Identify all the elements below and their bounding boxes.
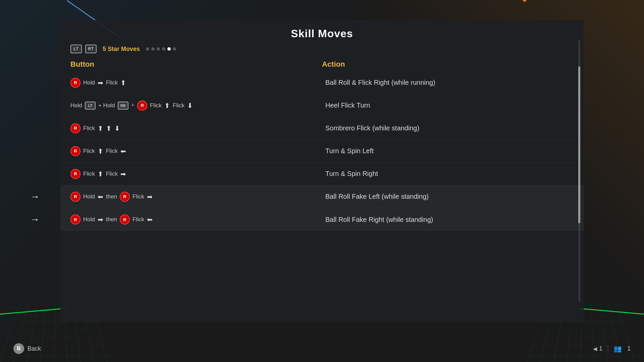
b-button-icon: B (13, 343, 24, 354)
move-text: Hold (83, 216, 95, 223)
move-row[interactable]: → R Hold ⬅ then R Flick ➡ Ball Roll Fake… (60, 185, 584, 208)
plus-sign: + (131, 102, 135, 109)
columns-header: Button Action (60, 57, 584, 71)
move-action: Sombrero Flick (while standing) (319, 124, 574, 132)
move-action: Ball Roll Fake Left (while standing) (319, 193, 574, 200)
move-text: Flick (132, 216, 144, 223)
then-text: then (106, 193, 117, 200)
main-panel: Skill Moves LT RT 5 Star Moves Button Ac… (60, 20, 584, 322)
arrow-right-icon: ➡ (98, 79, 103, 87)
move-button-col: R Flick ⬆ Flick ⬅ (70, 146, 319, 156)
move-text: Flick (106, 171, 118, 177)
arrow-down-icon: ⬇ (114, 124, 120, 132)
action-col-header: Action (322, 60, 574, 69)
move-button-col: R Hold ➡ Flick ⬆ (70, 78, 319, 88)
arrow-up-icon: ⬆ (98, 147, 103, 155)
back-label: Back (28, 345, 41, 352)
move-text: Flick (106, 79, 118, 86)
lt-badge[interactable]: LT (70, 45, 82, 53)
bottom-bar: B Back ◀ 1 👥 1 (0, 335, 644, 362)
rb-button: RB (118, 102, 128, 110)
move-button-col: R Flick ⬆ ⬆ ⬇ (70, 123, 319, 133)
arrow-up-icon: ⬆ (164, 102, 170, 110)
page-number: 1 (599, 345, 602, 352)
dot-6 (173, 47, 176, 51)
button-col-header: Button (70, 60, 322, 69)
move-text: Flick (150, 102, 162, 109)
move-action: Turn & Spin Right (319, 170, 574, 178)
arrow-right-icon: ➡ (147, 193, 153, 201)
arrow-left-icon: ⬅ (147, 216, 153, 224)
move-row[interactable]: R Flick ⬆ Flick ⬅ Turn & Spin Left (60, 140, 584, 163)
player-count: 1 (627, 345, 631, 352)
dot-4 (162, 47, 165, 51)
arrow-left-icon: ⬅ (98, 193, 103, 201)
page-title: Skill Moves (60, 20, 584, 45)
dot-2 (151, 47, 155, 51)
r-button: R (70, 192, 80, 202)
category-label: 5 Star Moves (103, 46, 140, 53)
move-row[interactable]: R Hold ➡ Flick ⬆ Ball Roll & Flick Right… (60, 71, 584, 94)
rt-badge[interactable]: RT (85, 45, 97, 53)
arrow-down-icon: ⬇ (187, 102, 193, 110)
r-button-2: R (120, 192, 130, 202)
move-text: Flick (106, 148, 118, 155)
move-button-col: R Hold ⬅ then R Flick ➡ (70, 192, 319, 202)
move-text: Hold (83, 193, 95, 200)
move-text: Flick (83, 171, 95, 177)
then-text: then (106, 216, 117, 223)
arrow-left-icon: ⬅ (120, 147, 126, 155)
move-action: Turn & Spin Left (319, 147, 574, 155)
prev-page-arrow[interactable]: ◀ (593, 346, 597, 352)
r-button: R (70, 169, 80, 179)
dot-3 (157, 47, 160, 51)
divider (608, 345, 608, 353)
back-button[interactable]: B Back (13, 343, 41, 354)
dot-1 (146, 47, 149, 51)
move-action: Heel Flick Turn (319, 102, 574, 109)
r-button: R (137, 101, 147, 111)
scrollbar[interactable] (578, 40, 580, 302)
arrow-up-icon: ⬆ (120, 79, 126, 87)
arrow-right-icon: ➡ (98, 216, 103, 224)
move-button-col: R Hold ➡ then R Flick ⬅ (70, 215, 319, 225)
r-button: R (70, 215, 80, 225)
scrollbar-thumb[interactable] (578, 66, 580, 223)
move-text: Flick (83, 125, 95, 132)
move-text: + Hold (98, 102, 115, 109)
moves-list: R Hold ➡ Flick ⬆ Ball Roll & Flick Right… (60, 71, 584, 234)
r-button-2: R (120, 215, 130, 225)
arrow-up-icon: ⬆ (98, 170, 103, 178)
move-row[interactable]: → R Hold ➡ then R Flick ⬅ Ball Roll Fake… (60, 208, 584, 231)
player-icon: 👥 (613, 345, 622, 353)
page-dots (146, 47, 176, 51)
move-text: Hold (70, 102, 82, 109)
dot-5 (167, 47, 171, 51)
move-button-col: Hold LT + Hold RB + R Flick ⬆ Flick ⬇ (70, 101, 319, 111)
move-text: Flick (173, 102, 184, 109)
move-text: Flick (83, 148, 95, 155)
selection-arrow: → (30, 191, 40, 202)
arrow-up-icon-2: ⬆ (106, 124, 112, 132)
page-navigation: ◀ 1 (593, 345, 602, 352)
move-button-col: R Flick ⬆ Flick ➡ (70, 169, 319, 179)
r-button: R (70, 123, 80, 133)
nav-row: LT RT 5 Star Moves (60, 45, 584, 57)
arrow-up-icon: ⬆ (98, 124, 103, 132)
move-text: Flick (132, 193, 144, 200)
bg-line-orange (481, 0, 527, 2)
move-action: Ball Roll & Flick Right (while running) (319, 79, 574, 86)
selection-arrow: → (30, 214, 40, 225)
r-button: R (70, 146, 80, 156)
move-row[interactable]: Hold LT + Hold RB + R Flick ⬆ Flick ⬇ He… (60, 94, 584, 117)
bottom-right: ◀ 1 👥 1 (593, 345, 631, 353)
move-row[interactable]: R Flick ⬆ Flick ➡ Turn & Spin Right (60, 163, 584, 185)
move-text: Hold (83, 79, 95, 86)
move-action: Ball Roll Fake Right (while standing) (319, 216, 574, 224)
arrow-right-icon: ➡ (120, 170, 126, 178)
r-button: R (70, 78, 80, 88)
move-row[interactable]: R Flick ⬆ ⬆ ⬇ Sombrero Flick (while stan… (60, 117, 584, 140)
lt-button: LT (85, 102, 96, 110)
